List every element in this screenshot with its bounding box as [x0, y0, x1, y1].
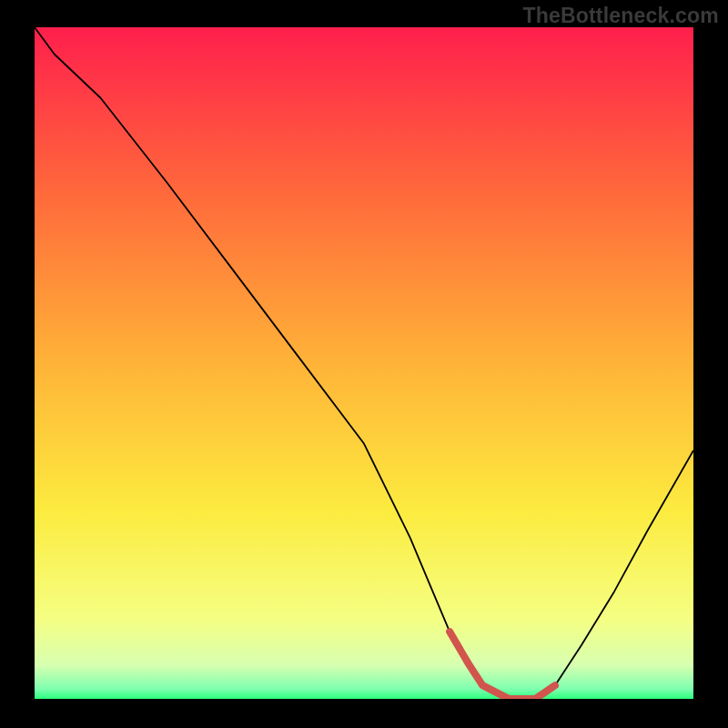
gradient-background	[35, 27, 693, 699]
watermark-text: TheBottleneck.com	[522, 4, 719, 28]
chart-svg	[35, 27, 693, 699]
chart-container: TheBottleneck.com	[0, 0, 728, 728]
chart-plot-area	[35, 27, 693, 699]
